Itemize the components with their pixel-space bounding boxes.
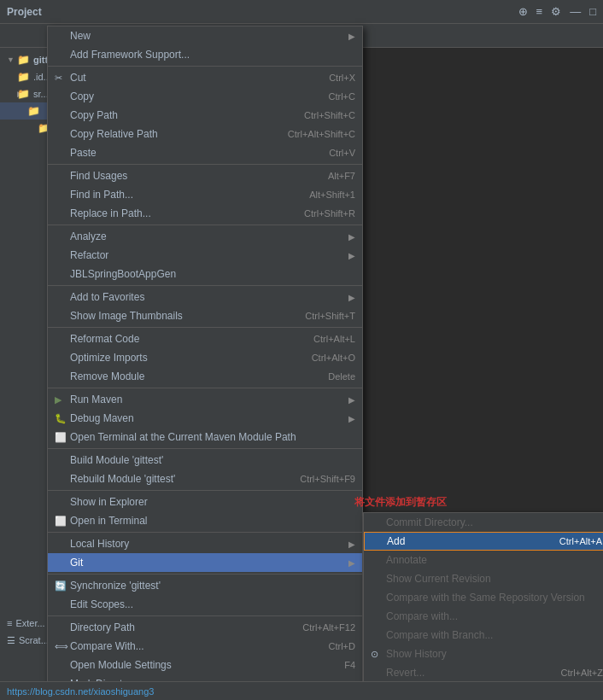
- menu-build-module-label: Build Module 'gittest': [70, 454, 355, 466]
- git-submenu[interactable]: Commit Directory... Add Ctrl+Alt+A Annot…: [363, 512, 603, 700]
- menu-new-label: New: [70, 30, 343, 42]
- menu-analyze[interactable]: Analyze ▶: [48, 227, 362, 246]
- menu-paste-shortcut: Ctrl+V: [329, 148, 355, 158]
- menu-synchronize-label: Synchronize 'gittest': [70, 580, 355, 592]
- menu-open-module-settings[interactable]: Open Module Settings F4: [48, 656, 362, 674]
- menu-add-favorites[interactable]: Add to Favorites ▶: [48, 288, 362, 306]
- menu-synchronize-icon: 🔄: [55, 580, 70, 592]
- menu-remove-module[interactable]: Remove Module Delete: [48, 367, 362, 386]
- menu-git[interactable]: Git ▶: [48, 553, 362, 572]
- git-show-current-revision-label: Show Current Revision: [386, 573, 603, 585]
- gear-icon[interactable]: ⚙: [551, 5, 561, 18]
- menu-find-usages-label: Find Usages: [70, 170, 328, 182]
- menu-run-maven[interactable]: ▶ Run Maven ▶: [48, 390, 362, 409]
- menu-copy-shortcut: Ctrl+C: [329, 91, 355, 102]
- menu-show-thumbnails[interactable]: Show Image Thumbnails Ctrl+Shift+T: [48, 306, 362, 325]
- menu-debug-maven[interactable]: 🐛 Debug Maven ▶: [48, 409, 362, 428]
- menu-add-framework[interactable]: Add Framework Support...: [48, 45, 362, 64]
- menu-jbl-label: JBLSpringBootAppGen: [70, 268, 355, 280]
- menu-cut[interactable]: ✂ Cut Ctrl+X: [48, 68, 362, 87]
- tree-root-arrow: ▼: [7, 55, 17, 64]
- menu-remove-bom[interactable]: Remove BOM: [48, 693, 362, 700]
- git-repository[interactable]: Repository: [364, 682, 603, 700]
- menu-local-history[interactable]: Local History ▶: [48, 534, 362, 553]
- scratch-icon: ☰: [7, 635, 15, 646]
- tree-selected-icon: 📁: [27, 105, 41, 117]
- menu-open-terminal-maven[interactable]: ⬜ Open Terminal at the Current Maven Mod…: [48, 428, 362, 446]
- menu-refactor[interactable]: Refactor ▶: [48, 246, 362, 265]
- menu-optimize-label: Optimize Imports: [70, 352, 312, 364]
- git-repository-label: Repository: [386, 685, 603, 697]
- menu-find-in-path[interactable]: Find in Path... Alt+Shift+1: [48, 185, 362, 204]
- menu-reformat-shortcut: Ctrl+Alt+L: [313, 334, 355, 344]
- git-revert-label: Revert...: [386, 667, 560, 679]
- menu-local-history-arrow: ▶: [348, 540, 355, 549]
- menu-edit-scopes[interactable]: Edit Scopes...: [48, 595, 362, 614]
- menu-show-thumbnails-shortcut: Ctrl+Shift+T: [305, 311, 355, 321]
- sep3: [48, 225, 362, 225]
- menu-copy-label: Copy: [70, 90, 329, 102]
- git-commit-dir[interactable]: Commit Directory...: [364, 513, 603, 532]
- menu-open-terminal-label: Open in Terminal: [70, 515, 355, 527]
- git-compare-branch[interactable]: Compare with Branch...: [364, 626, 603, 645]
- sep10: [48, 574, 362, 575]
- menu-rebuild-module[interactable]: Rebuild Module 'gittest' Ctrl+Shift+F9: [48, 470, 362, 488]
- git-compare-with[interactable]: Compare with...: [364, 607, 603, 626]
- menu-mark-directory[interactable]: Mark Directory as ▶: [48, 674, 362, 693]
- menu-build-module[interactable]: Build Module 'gittest': [48, 451, 362, 470]
- git-revert[interactable]: Revert... Ctrl+Alt+Z: [364, 663, 603, 682]
- menu-remove-module-label: Remove Module: [70, 370, 328, 382]
- menu-synchronize[interactable]: 🔄 Synchronize 'gittest': [48, 576, 362, 595]
- git-compare-same-repo-label: Compare with the Same Repository Version: [386, 592, 603, 604]
- menu-open-terminal-maven-label: Open Terminal at the Current Maven Modul…: [70, 431, 355, 443]
- menu-rebuild-module-shortcut: Ctrl+Shift+F9: [300, 474, 355, 484]
- menu-run-maven-icon: ▶: [55, 394, 70, 405]
- menu-new[interactable]: New ▶: [48, 26, 362, 45]
- menu-jbl[interactable]: JBLSpringBootAppGen: [48, 265, 362, 283]
- menu-analyze-label: Analyze: [70, 230, 343, 242]
- menu-compare-with[interactable]: ⟺ Compare With... Ctrl+D: [48, 637, 362, 656]
- menu-directory-path[interactable]: Directory Path Ctrl+Alt+F12: [48, 618, 362, 637]
- add-icon[interactable]: ⊕: [518, 5, 528, 18]
- menu-optimize[interactable]: Optimize Imports Ctrl+Alt+O: [48, 348, 362, 367]
- menu-copy-relative-path[interactable]: Copy Relative Path Ctrl+Alt+Shift+C: [48, 125, 362, 143]
- menu-reformat[interactable]: Reformat Code Ctrl+Alt+L: [48, 330, 362, 348]
- menu-copy-path[interactable]: Copy Path Ctrl+Shift+C: [48, 106, 362, 125]
- menu-paste[interactable]: Paste Ctrl+V: [48, 143, 362, 162]
- menu-copy-path-label: Copy Path: [70, 109, 304, 121]
- menu-compare-with-label: Compare With...: [70, 640, 329, 652]
- git-add-shortcut: Ctrl+Alt+A: [559, 536, 602, 546]
- menu-analyze-arrow: ▶: [348, 232, 355, 242]
- context-menu[interactable]: New ▶ Add Framework Support... ✂ Cut Ctr…: [47, 26, 363, 700]
- git-add[interactable]: Add Ctrl+Alt+A: [364, 532, 603, 551]
- menu-directory-path-shortcut: Ctrl+Alt+F12: [302, 622, 355, 633]
- menu-find-usages-shortcut: Alt+F7: [328, 171, 355, 181]
- git-annotate[interactable]: Annotate: [364, 551, 603, 569]
- sep2: [48, 164, 362, 165]
- menu-show-explorer[interactable]: Show in Explorer: [48, 493, 362, 511]
- menu-replace-in-path[interactable]: Replace in Path... Ctrl+Shift+R: [48, 204, 362, 223]
- top-bar-icons: ⊕ ≡ ⚙ — □: [518, 5, 596, 18]
- git-show-history[interactable]: ⊙ Show History: [364, 645, 603, 663]
- menu-copy[interactable]: Copy Ctrl+C: [48, 87, 362, 106]
- menu-open-terminal[interactable]: ⬜ Open in Terminal: [48, 511, 362, 530]
- list-icon[interactable]: ≡: [536, 5, 543, 18]
- top-bar-title: Project: [7, 6, 42, 18]
- menu-optimize-shortcut: Ctrl+Alt+O: [312, 353, 355, 363]
- minimize-icon[interactable]: —: [570, 5, 581, 18]
- top-bar: Project ⊕ ≡ ⚙ — □: [0, 0, 603, 24]
- tree-selected-arrow: ▼: [7, 107, 27, 115]
- menu-add-favorites-arrow: ▶: [348, 293, 355, 302]
- menu-find-usages[interactable]: Find Usages Alt+F7: [48, 166, 362, 185]
- menu-edit-scopes-label: Edit Scopes...: [70, 598, 355, 610]
- scratch-label: Scrat...: [19, 635, 49, 645]
- git-annotate-label: Annotate: [386, 554, 603, 566]
- git-compare-same-repo[interactable]: Compare with the Same Repository Version: [364, 588, 603, 607]
- maximize-icon[interactable]: □: [589, 5, 596, 18]
- sep6: [48, 388, 362, 388]
- git-show-current-revision[interactable]: Show Current Revision: [364, 569, 603, 588]
- tree-root-folder-icon: 📁: [17, 54, 31, 66]
- menu-compare-with-icon: ⟺: [55, 641, 70, 652]
- tree-src-icon: 📁: [17, 88, 31, 100]
- menu-reformat-label: Reformat Code: [70, 333, 313, 345]
